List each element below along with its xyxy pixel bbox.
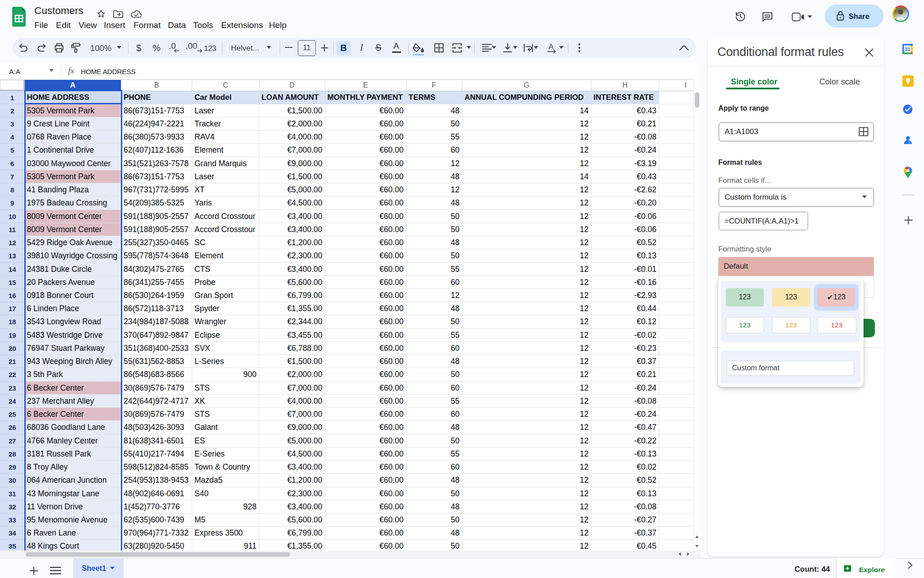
svg-text:31: 31	[905, 47, 910, 52]
svg-text:A: A	[549, 42, 554, 51]
